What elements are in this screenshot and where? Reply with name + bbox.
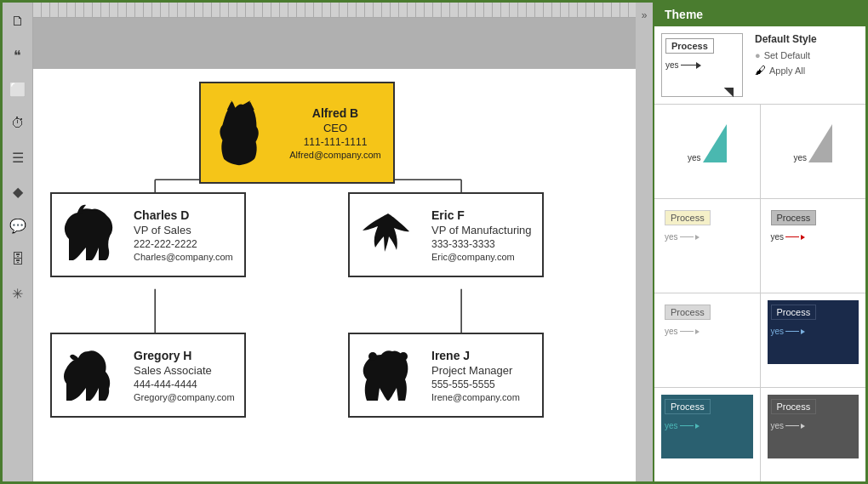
- yes-label-default: yes: [665, 60, 679, 70]
- gregory-title: Sales Associate: [134, 364, 239, 377]
- eric-phone: 333-333-3333: [431, 238, 537, 250]
- eric-info: Eric F VP of Manufacturing 333-333-3333 …: [426, 194, 542, 276]
- silver-yes: yes: [793, 153, 807, 162]
- process-label-darkblue: Process: [771, 305, 817, 320]
- ceo-info: Alfred B CEO 111-111-1111 Alfred@company…: [277, 83, 393, 182]
- irene-phone: 555-555-5555: [431, 379, 537, 390]
- set-default-label: Set Default: [764, 50, 810, 60]
- ceo-node[interactable]: Alfred B CEO 111-111-1111 Alfred@company…: [199, 82, 395, 184]
- ceo-phone: 111-111-1111: [304, 136, 368, 148]
- charles-title: VP of Sales: [134, 224, 239, 236]
- irene-title: Project Manager: [431, 364, 537, 377]
- theme-gray-box[interactable]: Process yes: [761, 199, 866, 293]
- light-gray-preview: Process yes: [661, 300, 753, 364]
- yes-arrow-darkblue: yes: [771, 327, 856, 336]
- theme-silver[interactable]: yes: [761, 105, 866, 198]
- eric-icon: [350, 194, 426, 276]
- eric-node[interactable]: Eric F VP of Manufacturing 333-333-3333 …: [348, 192, 544, 277]
- svg-point-7: [399, 352, 408, 361]
- gregory-name: Gregory H: [134, 349, 239, 362]
- layers-icon-btn[interactable]: ☰: [6, 145, 30, 169]
- default-style-label: Default Style: [755, 33, 859, 45]
- top-theme-row: Process yes Default Style ● Set Defau: [654, 26, 865, 105]
- teal-triangle: [703, 124, 727, 162]
- teal-shape-row: yes: [688, 124, 727, 162]
- theme-light-gray[interactable]: Process yes: [654, 293, 760, 387]
- ruler-top: [33, 3, 636, 18]
- present-icon-btn[interactable]: ⬜: [6, 77, 30, 101]
- asterisk-icon-btn[interactable]: ✳: [6, 282, 30, 305]
- charles-phone: 222-222-2222: [134, 238, 239, 250]
- gray-box-preview: Process yes: [768, 206, 859, 270]
- page-icon-btn[interactable]: 🗋: [6, 9, 30, 33]
- yes-arrow-tealDark: yes: [665, 421, 750, 430]
- radio-icon: ●: [755, 50, 761, 60]
- expand-area[interactable]: »: [636, 3, 653, 481]
- light-yellow-preview: Process yes: [661, 206, 753, 270]
- diagonal-arrow-default: [727, 81, 740, 94]
- dark-gray-preview: Process yes: [768, 395, 859, 458]
- yes-darkblue: yes: [771, 327, 785, 336]
- apply-all-btn[interactable]: 🖌 Apply All: [755, 64, 859, 77]
- diagram-canvas[interactable]: Alfred B CEO 111-111-1111 Alfred@company…: [33, 18, 636, 481]
- yes-arrow-gray: yes: [771, 232, 856, 242]
- irene-name: Irene J: [431, 349, 537, 362]
- db-icon-btn[interactable]: 🗄: [6, 248, 30, 271]
- clock-icon-btn[interactable]: ⏱: [6, 111, 30, 135]
- silver-preview: yes: [768, 111, 859, 175]
- sidebar-icons: 🗋 ❝ ⬜ ⏱ ☰ ◆ 💬 🗄 ✳: [3, 3, 33, 481]
- arrow-head-default: [696, 62, 701, 69]
- apply-all-label: Apply All: [769, 65, 805, 76]
- ceo-icon: [201, 83, 277, 182]
- charles-info: Charles D VP of Sales 222-222-2222 Charl…: [128, 194, 244, 276]
- process-label-gray: Process: [771, 210, 817, 225]
- set-default-btn[interactable]: ● Set Default: [755, 50, 859, 60]
- theme-dark-gray[interactable]: Process yes: [761, 388, 866, 481]
- arrow-line-yellow: [680, 236, 694, 237]
- diag-arrow: [724, 78, 744, 98]
- theme-grid: yes yes Process: [654, 105, 865, 481]
- right-panel: Theme Process yes Defa: [653, 3, 865, 481]
- irene-email: Irene@company.com: [431, 392, 537, 402]
- charles-node[interactable]: Charles D VP of Sales 222-222-2222 Charl…: [50, 192, 246, 277]
- yes-yellow: yes: [665, 232, 678, 242]
- default-theme-box: Process yes: [661, 33, 743, 97]
- collapse-panel-icon[interactable]: »: [642, 9, 648, 21]
- irene-node[interactable]: Irene J Project Manager 555-555-5555 Ire…: [348, 333, 544, 418]
- irene-info: Irene J Project Manager 555-555-5555 Ire…: [426, 334, 542, 416]
- theme-teal[interactable]: yes: [654, 105, 760, 198]
- header-bar: [33, 18, 636, 69]
- yes-tealDark: yes: [665, 421, 678, 430]
- quote-icon-btn[interactable]: ❝: [6, 43, 30, 67]
- default-style-controls: Default Style ● Set Default 🖌 Apply All: [748, 26, 865, 104]
- arrow-line-default: [681, 65, 696, 65]
- theme-light-yellow[interactable]: Process yes: [654, 199, 760, 293]
- svg-point-6: [368, 352, 377, 361]
- theme-dark-blue[interactable]: Process yes: [761, 293, 866, 387]
- arrow-line-tealDark: [680, 425, 694, 426]
- gregory-phone: 444-444-4444: [134, 379, 239, 390]
- arrow-line-lightgray: [680, 331, 694, 332]
- canvas-area: Alfred B CEO 111-111-1111 Alfred@company…: [33, 3, 636, 481]
- ceo-title: CEO: [323, 122, 347, 134]
- main-container: 🗋 ❝ ⬜ ⏱ ☰ ◆ 💬 🗄 ✳: [3, 3, 865, 481]
- process-label-darkgray: Process: [771, 399, 817, 414]
- yes-arrow-default: yes: [665, 60, 739, 70]
- diamond-icon-btn[interactable]: ◆: [6, 179, 30, 203]
- gregory-info: Gregory H Sales Associate 444-444-4444 G…: [128, 334, 244, 416]
- selected-theme-preview[interactable]: Process yes: [654, 26, 748, 104]
- process-label-default: Process: [665, 38, 714, 54]
- teal-yes: yes: [688, 153, 701, 162]
- charles-icon: [52, 194, 128, 276]
- arrow-head-gray: [801, 235, 805, 240]
- teal-dark-preview: Process yes: [661, 395, 753, 458]
- yes-arrow-darkgray: yes: [771, 421, 856, 430]
- eric-name: Eric F: [431, 208, 537, 222]
- charles-name: Charles D: [134, 208, 239, 222]
- yes-darkgray: yes: [771, 421, 785, 430]
- arrow-head-darkblue: [801, 329, 805, 334]
- gregory-node[interactable]: Gregory H Sales Associate 444-444-4444 G…: [50, 333, 246, 418]
- theme-teal-dark[interactable]: Process yes: [654, 388, 760, 481]
- gregory-icon: [52, 334, 128, 416]
- chat-icon-btn[interactable]: 💬: [6, 214, 30, 237]
